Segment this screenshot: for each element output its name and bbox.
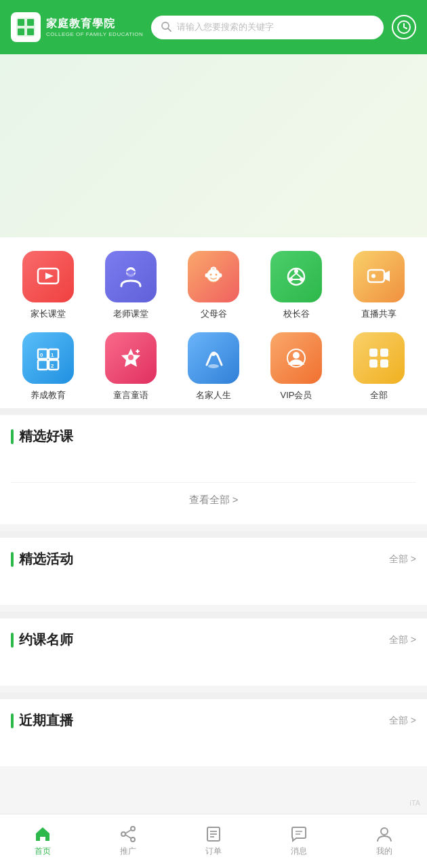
icon-grid: 家长课堂 老师课堂 [7, 251, 420, 401]
all-label: 全部 [370, 389, 388, 401]
nav-promote[interactable]: 推广 [85, 820, 171, 863]
nav-item-zhibo[interactable]: 直播共享 [338, 251, 420, 320]
nav-item-vip[interactable]: VIP会员 [255, 332, 338, 401]
zhibo-label: 直播共享 [361, 308, 396, 320]
yangcheng-label: 养成教育 [30, 389, 66, 401]
jingxuan-bar [11, 429, 14, 444]
divider-4 [0, 692, 427, 699]
logo-icon [11, 12, 41, 42]
divider-3 [0, 612, 427, 618]
live-title-wrapper: 近期直播 [11, 711, 73, 730]
live-content [11, 739, 416, 760]
mingjia-label: 名家人生 [196, 389, 231, 401]
jingxuan-header: 精选好课 [11, 427, 416, 446]
logo-area: 家庭教育學院 COLLEGE OF FAMILY EDUCATION [11, 12, 143, 42]
svg-rect-3 [18, 28, 24, 35]
teachers-content [11, 658, 416, 679]
activities-more[interactable]: 全部 > [389, 553, 416, 566]
svg-line-6 [168, 28, 171, 31]
svg-point-54 [381, 828, 388, 835]
all-icon-box [353, 332, 405, 384]
jiazhang-label: 家长课堂 [30, 308, 66, 320]
activities-section: 精选活动 全部 > [0, 538, 427, 605]
svg-point-44 [121, 832, 125, 836]
teachers-header: 约课名师 全部 > [11, 631, 416, 649]
nav-item-yangcheng[interactable]: 0 1 2 养成教育 [7, 332, 89, 401]
vip-label: VIP会员 [281, 389, 312, 401]
laoshi-label: 老师课堂 [113, 308, 148, 320]
nav-promote-label: 推广 [120, 846, 136, 857]
activities-title-wrapper: 精选活动 [11, 550, 73, 568]
jingxuan-title: 精选好课 [19, 427, 73, 446]
mingjia-icon-box [188, 332, 239, 384]
teachers-more[interactable]: 全部 > [389, 634, 416, 646]
search-bar[interactable]: 请输入您要搜索的关键字 [151, 16, 384, 39]
activities-header: 精选活动 全部 > [11, 550, 416, 568]
jingxuan-content [11, 455, 416, 475]
nav-message[interactable]: 消息 [256, 820, 342, 863]
divider-1 [0, 408, 427, 415]
nav-home-label: 首页 [35, 846, 51, 857]
svg-rect-1 [18, 19, 24, 26]
svg-rect-39 [369, 349, 378, 357]
svg-rect-42 [380, 359, 388, 368]
tongyan-label: 童言童语 [113, 389, 148, 401]
nav-message-label: 消息 [291, 846, 307, 857]
teachers-title: 约课名师 [19, 631, 73, 649]
history-icon[interactable] [392, 15, 416, 39]
search-placeholder: 请输入您要搜索的关键字 [177, 21, 374, 33]
live-section: 近期直播 全部 > [0, 699, 427, 766]
search-icon [161, 21, 171, 34]
nav-home[interactable]: 首页 [0, 820, 85, 863]
app-header: 家庭教育學院 COLLEGE OF FAMILY EDUCATION 请输入您要… [0, 0, 427, 54]
banner-area[interactable] [0, 54, 427, 237]
svg-rect-26 [38, 360, 47, 370]
logo-text: 家庭教育學院 COLLEGE OF FAMILY EDUCATION [46, 17, 143, 37]
svg-rect-40 [380, 349, 388, 357]
live-header: 近期直播 全部 > [11, 711, 416, 730]
svg-point-43 [131, 827, 135, 831]
divider-2 [0, 531, 427, 538]
live-more[interactable]: 全部 > [389, 715, 416, 727]
nav-profile[interactable]: 我的 [342, 820, 427, 863]
vip-icon-box [270, 332, 322, 384]
svg-point-32 [128, 355, 134, 360]
teachers-section: 约课名师 全部 > [0, 618, 427, 686]
fumu-label: 父母谷 [201, 308, 227, 320]
xiaozhang-icon-box [270, 251, 322, 302]
icon-grid-section: 家长课堂 老师课堂 [0, 237, 427, 408]
svg-line-46 [125, 830, 131, 833]
tongyan-icon-box [105, 332, 157, 384]
logo-title: 家庭教育學院 [46, 17, 143, 31]
fumu-icon-box [188, 251, 239, 302]
nav-item-mingjia[interactable]: 名家人生 [172, 332, 255, 401]
nav-item-tongyan[interactable]: 童言童语 [89, 332, 172, 401]
live-title: 近期直播 [19, 711, 73, 730]
svg-rect-41 [369, 359, 378, 368]
nav-order-label: 订单 [205, 846, 222, 857]
svg-point-13 [210, 274, 212, 276]
svg-text:2: 2 [51, 363, 54, 369]
svg-point-45 [131, 837, 135, 842]
svg-point-38 [293, 352, 300, 359]
activities-title: 精选活动 [19, 550, 73, 568]
live-bar [11, 713, 14, 728]
jingxuan-title-wrapper: 精选好课 [11, 427, 73, 446]
view-all-button[interactable]: 查看全部 > [11, 482, 416, 517]
nav-item-jiazhang[interactable]: 家长课堂 [7, 251, 89, 320]
teachers-title-wrapper: 约课名师 [11, 631, 73, 649]
svg-rect-2 [27, 19, 34, 26]
banner-image [0, 54, 427, 237]
jiazhang-icon-box [22, 251, 74, 302]
jingxuan-section: 精选好课 查看全部 > [0, 415, 427, 524]
svg-point-16 [219, 273, 222, 277]
nav-item-fumu[interactable]: 父母谷 [172, 251, 255, 320]
svg-point-23 [371, 274, 375, 278]
svg-point-36 [211, 352, 216, 356]
teachers-bar [11, 633, 14, 648]
nav-item-laoshi[interactable]: 老师课堂 [89, 251, 172, 320]
nav-item-xiaozhang[interactable]: 校长谷 [255, 251, 338, 320]
nav-item-all[interactable]: 全部 [338, 332, 420, 401]
svg-text:1: 1 [51, 352, 54, 358]
nav-order[interactable]: 订单 [171, 820, 256, 863]
